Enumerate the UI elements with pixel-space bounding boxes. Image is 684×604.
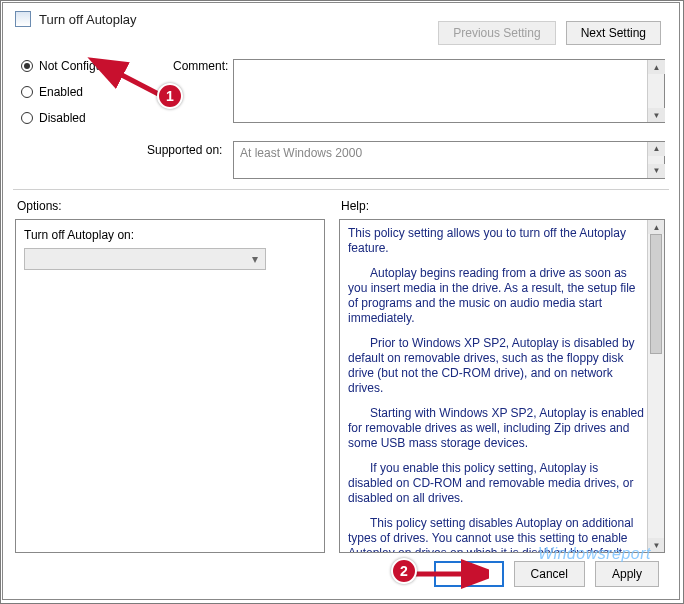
badge-number: 2 (391, 558, 417, 584)
chevron-down-icon: ▾ (245, 249, 265, 269)
autoplay-on-dropdown[interactable]: ▾ (24, 248, 266, 270)
policy-icon (15, 11, 31, 27)
ok-button[interactable]: OK (434, 561, 503, 587)
divider (13, 189, 669, 190)
svg-line-0 (114, 71, 168, 99)
radio-circle-icon (21, 112, 33, 124)
radio-label: Not Configured (39, 59, 120, 73)
badge-number: 1 (157, 83, 183, 109)
window-title: Turn off Autoplay (39, 12, 137, 27)
scroll-down-icon[interactable]: ▼ (648, 108, 665, 122)
apply-button[interactable]: Apply (595, 561, 659, 587)
scrollbar[interactable]: ▲ ▼ (647, 60, 664, 122)
annotation-badge-2: 2 (391, 558, 417, 584)
scroll-up-icon[interactable]: ▲ (648, 60, 665, 74)
options-heading: Turn off Autoplay on: (24, 228, 316, 242)
help-text: Autoplay begins reading from a drive as … (348, 266, 644, 326)
scrollbar[interactable]: ▲ ▼ (647, 220, 664, 552)
help-text: If you enable this policy setting, Autop… (348, 461, 644, 506)
radio-disabled[interactable]: Disabled (21, 111, 120, 125)
help-text: Prior to Windows XP SP2, Autoplay is dis… (348, 336, 644, 396)
radio-enabled[interactable]: Enabled (21, 85, 120, 99)
radio-label: Disabled (39, 111, 86, 125)
help-text: This policy setting allows you to turn o… (348, 226, 644, 256)
next-setting-button[interactable]: Next Setting (566, 21, 661, 45)
supported-label: Supported on: (147, 143, 222, 157)
status-radio-group: Not Configured Enabled Disabled (21, 59, 120, 125)
watermark: Windowsreport (538, 545, 651, 563)
radio-not-configured[interactable]: Not Configured (21, 59, 120, 73)
annotation-badge-1: 1 (157, 83, 183, 109)
radio-dot-icon (21, 60, 33, 72)
scroll-up-icon[interactable]: ▲ (648, 142, 665, 156)
supported-on-box: At least Windows 2000 ▲ ▼ (233, 141, 665, 179)
help-label: Help: (341, 199, 369, 213)
scroll-down-icon[interactable]: ▼ (648, 164, 665, 178)
policy-dialog: Turn off Autoplay Previous Setting Next … (2, 2, 680, 600)
options-label: Options: (17, 199, 62, 213)
scroll-thumb[interactable] (650, 234, 662, 354)
options-panel: Turn off Autoplay on: ▾ (15, 219, 325, 553)
radio-circle-icon (21, 86, 33, 98)
help-panel: This policy setting allows you to turn o… (339, 219, 665, 553)
scroll-up-icon[interactable]: ▲ (648, 220, 665, 234)
comment-textarea[interactable]: ▲ ▼ (233, 59, 665, 123)
scrollbar[interactable]: ▲ ▼ (647, 142, 664, 178)
help-text: Starting with Windows XP SP2, Autoplay i… (348, 406, 644, 451)
comment-label: Comment: (173, 59, 228, 73)
previous-setting-button: Previous Setting (438, 21, 555, 45)
supported-on-value: At least Windows 2000 (240, 146, 362, 160)
nav-row: Previous Setting Next Setting (438, 21, 661, 45)
cancel-button[interactable]: Cancel (514, 561, 585, 587)
radio-label: Enabled (39, 85, 83, 99)
dialog-buttons: OK Cancel Apply (434, 561, 659, 587)
